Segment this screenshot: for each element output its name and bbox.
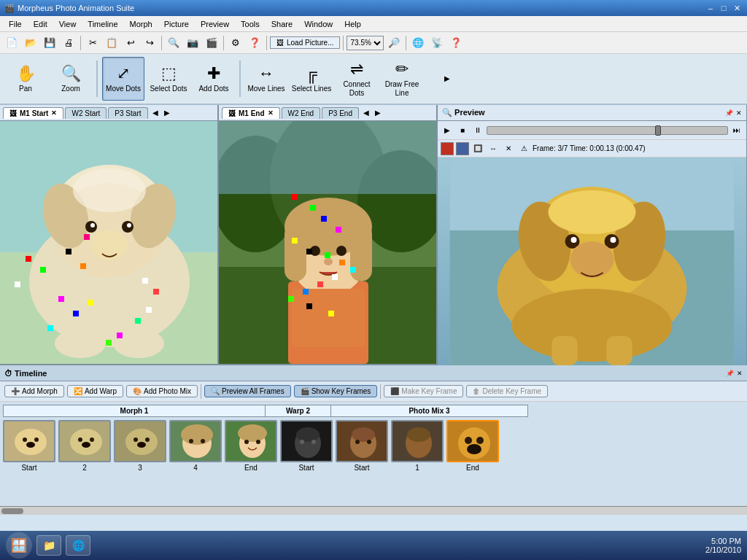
explorer-button[interactable]: 📁 — [36, 535, 61, 556]
tab-w2-start[interactable]: W2 Start — [65, 107, 107, 119]
tab-w2-end[interactable]: W2 End — [282, 107, 321, 119]
menu-picture[interactable]: Picture — [158, 18, 195, 30]
preview-tool3[interactable]: ✕ — [502, 142, 515, 155]
timeline-close-button[interactable]: ✕ — [737, 370, 743, 377]
pan-tool-button[interactable]: ✋ Pan — [4, 57, 47, 101]
frame-thumb-morph1-3[interactable] — [114, 420, 166, 462]
menu-share[interactable]: Share — [266, 18, 298, 30]
menu-window[interactable]: Window — [298, 18, 338, 30]
preview-pin-button[interactable]: 📌 — [725, 109, 733, 117]
move-dots-tool-button[interactable]: ⤢ Move Dots — [102, 57, 144, 101]
frame-thumb-photomix3-end[interactable] — [446, 420, 499, 462]
draw-free-line-tool-button[interactable]: ✏ Draw Free Line — [381, 57, 423, 101]
copy-button[interactable]: 📋 — [103, 34, 120, 52]
connect-dots-tool-button[interactable]: ⇌ Connect Dots — [336, 57, 378, 101]
frame-thumb-morph1-2[interactable] — [58, 420, 111, 462]
frame-warp2-start[interactable]: Start — [280, 420, 333, 472]
show-key-frames-button[interactable]: 🎬 Show Key Frames — [294, 385, 378, 397]
start-button[interactable]: 🪟 — [6, 532, 32, 559]
preview-progress-thumb[interactable] — [655, 125, 661, 136]
new-button[interactable]: 📄 — [3, 34, 20, 52]
settings-button[interactable]: ⚙ — [227, 34, 244, 52]
extra-btn3[interactable]: ❓ — [447, 34, 465, 52]
print-button[interactable]: 🖨 — [60, 34, 77, 52]
menu-file[interactable]: File — [3, 18, 28, 30]
preview-all-frames-button[interactable]: 🔍 Preview All Frames — [204, 385, 291, 397]
open-button[interactable]: 📂 — [22, 34, 39, 52]
tab-p3-start[interactable]: P3 Start — [108, 107, 147, 119]
panel-end-prev[interactable]: ◀ — [360, 107, 372, 118]
panel-end-next[interactable]: ▶ — [372, 107, 384, 118]
add-warp-button[interactable]: 🔀 Add Warp — [67, 385, 123, 397]
maximize-button[interactable]: □ — [718, 3, 729, 13]
menu-tools[interactable]: Tools — [235, 18, 266, 30]
preview-tool2[interactable]: ↔ — [487, 142, 500, 155]
camera-button[interactable]: 📷 — [184, 34, 201, 52]
panel-start-prev[interactable]: ◀ — [150, 107, 161, 118]
add-dots-tool-button[interactable]: ✚ Add Dots — [193, 57, 235, 101]
frame-morph1-2[interactable]: 2 — [58, 420, 111, 472]
frame-thumb-warp2-start[interactable] — [280, 420, 333, 462]
load-picture-button[interactable]: 🖼 Load Picture... — [270, 36, 340, 49]
preview-progress-bar[interactable] — [487, 126, 728, 135]
frame-morph1-4[interactable]: 4 — [169, 420, 222, 472]
frame-morph1-end[interactable]: End — [225, 420, 277, 472]
preview-image-area[interactable] — [438, 158, 746, 365]
panel-start-next[interactable]: ▶ — [161, 107, 173, 118]
frame-morph1-start[interactable]: Start — [3, 420, 55, 472]
frame-photomix3-start[interactable]: Start — [336, 420, 388, 472]
scroll-thumb[interactable] — [1, 508, 23, 514]
preview-play-button[interactable]: ▶ — [441, 124, 454, 137]
zoom-out-button[interactable]: 🔍 — [165, 34, 182, 52]
preview-pause-button[interactable]: ⏸ — [471, 124, 484, 137]
horizontal-scrollbar[interactable] — [0, 506, 747, 515]
video-button[interactable]: 🎬 — [203, 34, 220, 52]
zoom-select[interactable]: 73.5% 50% 100% — [347, 36, 384, 50]
menu-edit[interactable]: Edit — [28, 18, 53, 30]
frame-photomix3-1[interactable]: 1 — [391, 420, 444, 472]
frame-thumb-morph1-end[interactable] — [225, 420, 277, 462]
frame-thumb-photomix3-start[interactable] — [336, 420, 388, 462]
zoom-fit-button[interactable]: 🔎 — [385, 34, 403, 52]
move-lines-tool-button[interactable]: ↔ Move Lines — [245, 57, 287, 101]
preview-skip-button[interactable]: ⏭ — [730, 124, 743, 137]
frame-photomix3-end[interactable]: End — [446, 420, 499, 472]
cut-button[interactable]: ✂ — [84, 34, 101, 52]
tab-m1-end[interactable]: 🖼 M1 End ✕ — [222, 107, 280, 119]
add-photo-mix-button[interactable]: 🎨 Add Photo Mix — [126, 385, 198, 397]
end-image-area[interactable] — [219, 121, 436, 364]
extra-btn1[interactable]: 🌐 — [409, 34, 427, 52]
tab-m1-start[interactable]: 🖼 M1 Start ✕ — [3, 107, 63, 119]
make-key-frame-button[interactable]: ⬛ Make Key Frame — [384, 385, 463, 397]
select-lines-tool-button[interactable]: ╔ Select Lines — [290, 57, 333, 101]
select-dots-tool-button[interactable]: ⬚ Select Dots — [147, 57, 190, 101]
menu-preview[interactable]: Preview — [195, 18, 235, 30]
timeline-pin-button[interactable]: 📌 — [726, 370, 734, 377]
preview-gradient-btn[interactable] — [456, 142, 469, 155]
minimize-button[interactable]: – — [705, 3, 716, 13]
frame-thumb-photomix3-1[interactable] — [391, 420, 444, 462]
tab-m1-end-close[interactable]: ✕ — [268, 109, 274, 117]
tab-m1-start-close[interactable]: ✕ — [51, 109, 57, 117]
menu-help[interactable]: Help — [338, 18, 367, 30]
more-tools-button[interactable]: ▶ — [426, 57, 468, 101]
browser-button[interactable]: 🌐 — [66, 535, 90, 556]
help-button[interactable]: ❓ — [246, 34, 263, 52]
menu-timeline[interactable]: Timeline — [82, 18, 123, 30]
preview-tool1[interactable]: 🔲 — [471, 142, 484, 155]
zoom-tool-button[interactable]: 🔍 Zoom — [50, 57, 92, 101]
save-button[interactable]: 💾 — [41, 34, 58, 52]
close-button[interactable]: ✕ — [731, 3, 743, 13]
start-image-area[interactable] — [0, 121, 217, 364]
frame-thumb-morph1-start[interactable] — [3, 420, 55, 462]
menu-view[interactable]: View — [53, 18, 82, 30]
preview-close-button[interactable]: ✕ — [736, 109, 742, 117]
extra-btn2[interactable]: 📡 — [428, 34, 446, 52]
redo-button[interactable]: ↪ — [141, 34, 158, 52]
frame-morph1-3[interactable]: 3 — [114, 420, 166, 472]
undo-button[interactable]: ↩ — [122, 34, 139, 52]
frame-thumb-morph1-4[interactable] — [169, 420, 222, 462]
menu-morph[interactable]: Morph — [124, 18, 158, 30]
tab-p3-end[interactable]: P3 End — [322, 107, 359, 119]
add-morph-button[interactable]: ➕ Add Morph — [4, 385, 64, 397]
